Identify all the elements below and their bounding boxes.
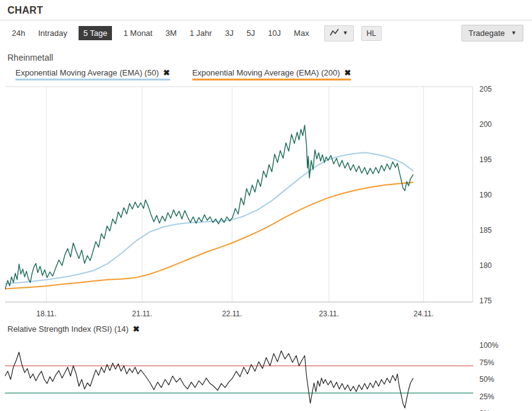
widget-header: CHART	[0, 0, 532, 20]
y-tick-label: 180	[479, 261, 492, 270]
close-icon[interactable]: ✖	[133, 325, 140, 333]
y-tick-label: 100%	[479, 341, 499, 350]
y-tick-label: 25%	[479, 392, 494, 401]
venue-label: Tradegate	[468, 28, 505, 38]
range-tab-3j[interactable]: 3J	[223, 26, 236, 40]
range-tab-1-monat[interactable]: 1 Monat	[121, 26, 154, 40]
indicator-chip-ema200: Exponential Moving Average (EMA) (200) ✖	[192, 68, 351, 80]
x-tick-label: 23.11.	[319, 309, 339, 318]
chevron-down-icon: ▼	[343, 30, 348, 36]
page-title: CHART	[7, 5, 43, 15]
chart-type-button[interactable]: ▼	[324, 25, 354, 41]
indicator-chip-rsi: Relative Strength Index (RSI) (14) ✖	[7, 324, 140, 337]
price-chart-row: 205200195190185180175	[5, 85, 532, 308]
venue-selector[interactable]: Tradegate ▼	[461, 25, 523, 41]
range-tab-intraday[interactable]: Intraday	[36, 26, 69, 40]
indicator-label-ema200: Exponential Moving Average (EMA) (200)	[192, 68, 340, 77]
x-tick-label: 21.11.	[132, 309, 152, 318]
price-y-axis: 205200195190185180175	[473, 85, 527, 308]
instrument-name: Rheinmetall	[7, 53, 532, 63]
range-tab-24h[interactable]: 24h	[10, 26, 27, 40]
range-tab-3m[interactable]: 3M	[163, 26, 178, 40]
x-tick-label: 24.11.	[414, 309, 434, 318]
x-tick-label: 22.11.	[222, 309, 242, 318]
rsi-chart[interactable]	[5, 342, 473, 411]
y-tick-label: 185	[479, 226, 492, 235]
range-tab-5-tage[interactable]: 5 Tage	[79, 26, 113, 40]
y-tick-label: 205	[479, 85, 492, 93]
y-tick-label: 75%	[479, 358, 494, 367]
y-tick-label: 50%	[479, 375, 494, 384]
price-chart[interactable]	[5, 85, 473, 308]
chevron-down-icon: ▼	[511, 30, 517, 36]
indicator-chip-ema50: Exponential Moving Average (EMA) (50) ✖	[15, 68, 170, 80]
range-tab-10j[interactable]: 10J	[266, 26, 283, 40]
y-tick-label: 200	[479, 120, 492, 129]
rsi-y-axis: 100%75%50%25%0%	[473, 342, 527, 411]
line-chart-icon	[330, 28, 340, 38]
x-tick-label: 18.11.	[36, 309, 56, 318]
rsi-chip-row: Relative Strength Index (RSI) (14) ✖	[7, 323, 532, 337]
y-tick-label: 195	[479, 155, 492, 164]
indicator-chips: Exponential Moving Average (EMA) (50) ✖ …	[15, 68, 532, 80]
price-x-axis: 18.11.21.11.22.11.23.11.24.11.	[5, 308, 473, 319]
chart-widget: CHART 24h Intraday 5 Tage 1 Monat 3M 1 J…	[0, 0, 532, 411]
range-tab-max[interactable]: Max	[292, 26, 311, 40]
close-icon[interactable]: ✖	[345, 69, 351, 77]
close-icon[interactable]: ✖	[163, 69, 170, 77]
y-tick-label: 175	[479, 296, 492, 305]
indicator-label-ema50: Exponential Moving Average (EMA) (50)	[15, 68, 159, 77]
range-tab-1-jahr[interactable]: 1 Jahr	[188, 26, 214, 40]
range-tab-5j[interactable]: 5J	[244, 26, 257, 40]
hl-toggle-button[interactable]: HL	[361, 26, 382, 41]
chart-toolbar: 24h Intraday 5 Tage 1 Monat 3M 1 Jahr 3J…	[0, 20, 532, 44]
rsi-chart-row: 100%75%50%25%0%	[5, 342, 532, 411]
indicator-label-rsi: Relative Strength Index (RSI) (14)	[7, 324, 129, 334]
y-tick-label: 190	[479, 191, 492, 199]
